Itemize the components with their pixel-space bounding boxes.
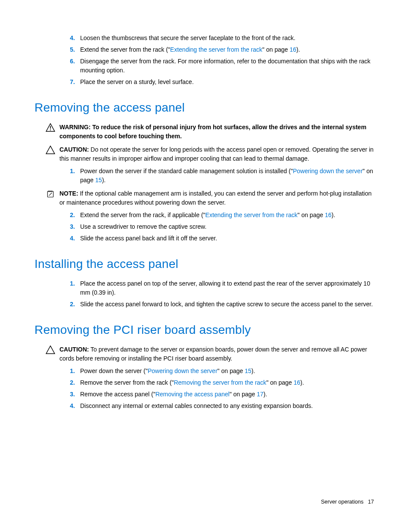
page-content: 4. Loosen the thumbscrews that secure th… <box>34 34 377 411</box>
item-text: Extend the server from the rack, if appl… <box>80 212 335 218</box>
caution-triangle-icon <box>46 345 55 354</box>
list-item: 3. Use a screwdriver to remove the capti… <box>80 222 377 231</box>
heading-installing-access-panel: Installing the access panel <box>34 255 377 273</box>
item-text: Power down the server if the standard ca… <box>80 168 373 184</box>
svg-point-1 <box>50 130 51 131</box>
item-text: Remove the access panel ("Removing the a… <box>80 391 267 398</box>
page-ref[interactable]: 16 <box>293 379 300 386</box>
xref-link[interactable]: Powering down the server <box>293 168 363 174</box>
item-number: 2. <box>65 300 75 309</box>
list-item: 3. Remove the access panel ("Removing th… <box>80 390 377 399</box>
page-ref[interactable]: 16 <box>290 46 296 53</box>
note-callout: NOTE: If the optional cable management a… <box>46 189 377 207</box>
item-text: Use a screwdriver to remove the captive … <box>80 223 206 230</box>
item-text: Slide the access panel forward to lock, … <box>80 301 373 308</box>
xref-link[interactable]: Extending the server from the rack <box>170 46 262 53</box>
item-number: 4. <box>65 401 75 411</box>
section1-list-a: 1. Power down the server if the standard… <box>34 167 377 185</box>
list-item: 2. Remove the server from the rack ("Rem… <box>80 378 377 387</box>
note-notepad-icon <box>46 190 55 198</box>
section2-list: 1. Place the access panel on top of the … <box>34 279 377 309</box>
list-item: 4. Slide the access panel back and lift … <box>80 234 377 243</box>
page-footer: Server operations 17 <box>321 498 374 506</box>
caution-label: CAUTION: <box>59 146 89 153</box>
list-item: 4. Loosen the thumbscrews that secure th… <box>80 34 377 43</box>
warning-triangle-bang-icon <box>46 123 55 132</box>
page-ref[interactable]: 15 <box>95 177 102 184</box>
item-text: Disengage the server from the rack. For … <box>80 58 371 74</box>
footer-section: Server operations <box>321 499 364 505</box>
caution-callout: CAUTION: To prevent damage to the server… <box>46 345 377 363</box>
item-text: Slide the access panel back and lift it … <box>80 235 217 242</box>
item-number: 3. <box>65 390 75 399</box>
note-label: NOTE: <box>59 190 78 197</box>
heading-removing-pci-riser: Removing the PCI riser board assembly <box>34 321 377 339</box>
item-number: 1. <box>65 279 75 288</box>
item-number: 6. <box>65 57 75 66</box>
list-item: 1. Power down the server ("Powering down… <box>80 367 377 376</box>
note-text: NOTE: If the optional cable management a… <box>59 189 377 207</box>
list-item: 5. Extend the server from the rack ("Ext… <box>80 45 377 54</box>
caution-label: CAUTION: <box>59 346 89 353</box>
item-text: Place the access panel on top of the ser… <box>80 280 370 296</box>
item-number: 3. <box>65 222 75 231</box>
list-item: 7. Place the server on a sturdy, level s… <box>80 78 377 87</box>
warning-label: WARNING: <box>59 124 90 131</box>
xref-link[interactable]: Extending the server from the rack <box>206 212 298 218</box>
section3-list: 1. Power down the server ("Powering down… <box>34 367 377 411</box>
list-item: 2. Extend the server from the rack, if a… <box>80 211 377 220</box>
item-text: Disconnect any internal or external cabl… <box>80 402 313 409</box>
page-ref[interactable]: 16 <box>325 212 332 218</box>
item-number: 7. <box>65 78 75 87</box>
warning-text: WARNING: To reduce the risk of personal … <box>59 123 377 141</box>
item-number: 5. <box>65 45 75 54</box>
heading-removing-access-panel: Removing the access panel <box>34 99 377 117</box>
caution-triangle-icon <box>46 146 55 154</box>
item-text: Remove the server from the rack ("Removi… <box>80 379 304 386</box>
list-item: 2. Slide the access panel forward to loc… <box>80 300 377 309</box>
warning-callout: WARNING: To reduce the risk of personal … <box>46 123 377 141</box>
item-number: 2. <box>65 211 75 220</box>
xref-link[interactable]: Removing the server from the rack <box>174 379 266 386</box>
caution-text: CAUTION: Do not operate the server for l… <box>59 145 377 163</box>
item-text: Extend the server from the rack ("Extend… <box>80 46 300 53</box>
footer-page-number: 17 <box>368 499 374 505</box>
item-text: Loosen the thumbscrews that secure the s… <box>80 34 296 41</box>
xref-link[interactable]: Powering down the server <box>148 367 218 374</box>
list-item: 1. Place the access panel on top of the … <box>80 279 377 297</box>
page-ref[interactable]: 15 <box>245 367 252 374</box>
item-number: 4. <box>65 34 75 43</box>
page-ref[interactable]: 17 <box>257 391 264 398</box>
item-text: Place the server on a sturdy, level surf… <box>80 78 194 85</box>
list-item: 1. Power down the server if the standard… <box>80 167 377 185</box>
list-item: 6. Disengage the server from the rack. F… <box>80 57 377 75</box>
list-item: 4. Disconnect any internal or external c… <box>80 401 377 411</box>
item-number: 1. <box>65 167 75 176</box>
item-text: Power down the server ("Powering down th… <box>80 367 255 374</box>
item-number: 1. <box>65 367 75 376</box>
item-number: 2. <box>65 378 75 387</box>
caution-text: CAUTION: To prevent damage to the server… <box>59 345 377 363</box>
caution-callout: CAUTION: Do not operate the server for l… <box>46 145 377 163</box>
xref-link[interactable]: Removing the access panel <box>156 391 230 398</box>
top-continued-list: 4. Loosen the thumbscrews that secure th… <box>34 34 377 87</box>
item-number: 4. <box>65 234 75 243</box>
section1-list-b: 2. Extend the server from the rack, if a… <box>34 211 377 243</box>
